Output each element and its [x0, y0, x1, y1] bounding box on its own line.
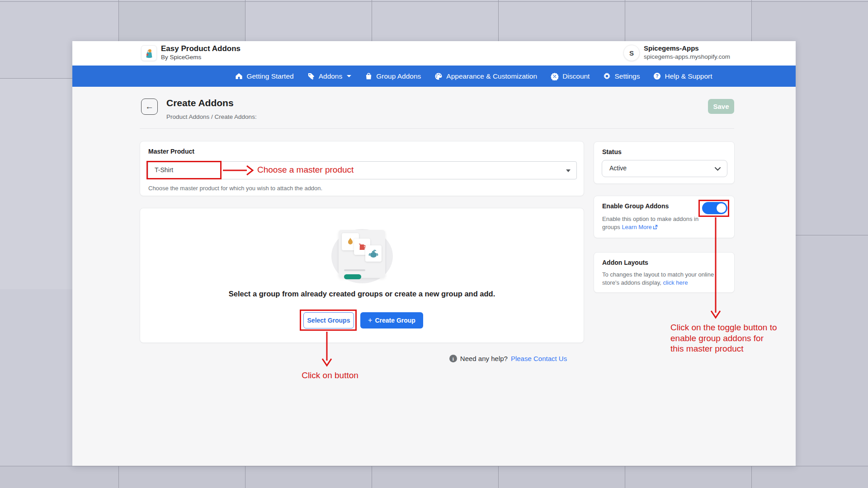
annotation-box-select-groups	[300, 310, 357, 331]
nav-item-help-support[interactable]: ? Help & Support	[653, 72, 712, 80]
group-addons-card: Select a group from already created grou…	[140, 208, 584, 343]
enable-group-addons-desc: Enable this option to make addons in gro…	[602, 215, 705, 231]
help-circle-icon: ?	[653, 72, 661, 80]
help-row: i Need any help? Please Contact Us	[72, 355, 796, 362]
svg-text:?: ?	[656, 74, 659, 79]
nav-item-addons[interactable]: Addons	[307, 72, 352, 80]
teapot-tile-icon	[365, 245, 382, 262]
grid-line	[796, 235, 868, 235]
back-button[interactable]: ←	[141, 99, 158, 115]
status-select[interactable]: Active	[602, 160, 727, 177]
page-title: Create Addons	[166, 98, 234, 108]
info-icon: i	[449, 355, 457, 362]
chevron-down-icon	[715, 167, 721, 171]
app-subtitle: By SpiceGems	[161, 54, 201, 61]
gear-icon	[603, 72, 611, 80]
save-button[interactable]: Save	[708, 99, 734, 114]
store-avatar[interactable]: S	[623, 45, 640, 61]
bag-icon	[365, 72, 373, 80]
tag-plus-icon	[307, 72, 315, 80]
main-nav: Getting Started Addons Group Addons Ap	[72, 66, 796, 87]
app-header: Easy Product Addons By SpiceGems S Spice…	[72, 41, 796, 66]
grid-line	[0, 1, 868, 2]
addon-layouts-desc: To changes the layout to match your onli…	[602, 271, 725, 286]
status-label: Status	[602, 148, 622, 155]
illustration-text-bar	[344, 269, 365, 271]
help-text: Need any help?	[460, 355, 508, 362]
annotation-toggle-note: Click on the toggle button to enable gro…	[670, 322, 779, 354]
nav-item-settings[interactable]: Settings	[603, 72, 640, 80]
annotation-box-master-product	[146, 161, 222, 179]
app-title: Easy Product Addons	[161, 44, 241, 53]
breadcrumb: Product Addons / Create Addons:	[166, 113, 257, 120]
contact-us-link[interactable]: Please Contact Us	[511, 355, 567, 362]
annotation-select-groups-note: Click on button	[295, 371, 365, 380]
store-domain: spicegems-apps.myshopify.com	[644, 53, 730, 60]
header-divider	[140, 128, 734, 129]
group-empty-message: Select a group from already created grou…	[140, 290, 584, 298]
chevron-down-icon	[347, 75, 351, 77]
addon-layouts-card: Addon Layouts To changes the layout to m…	[594, 252, 735, 293]
annotation-master-product-note: Choose a master product	[257, 165, 354, 175]
external-link-icon	[653, 224, 658, 232]
discount-badge-icon	[551, 72, 559, 80]
desktop-tile	[0, 466, 868, 488]
enable-group-addons-label: Enable Group Addons	[602, 202, 669, 210]
addon-layouts-label: Addon Layouts	[602, 259, 648, 266]
illustration-button-pill	[344, 274, 361, 279]
home-icon	[235, 72, 243, 80]
app-window: Easy Product Addons By SpiceGems S Spice…	[72, 41, 796, 466]
nav-item-group-addons[interactable]: Group Addons	[365, 72, 421, 80]
annotation-box-toggle	[698, 200, 729, 217]
plus-icon: +	[368, 316, 372, 324]
grid-line	[0, 466, 868, 466]
dropdown-caret-icon	[566, 169, 571, 172]
click-here-link[interactable]: click here	[663, 279, 688, 286]
status-value: Active	[609, 164, 627, 172]
empty-state-illustration	[331, 226, 393, 283]
palette-icon	[434, 72, 443, 80]
app-logo-icon	[141, 45, 157, 61]
nav-item-getting-started[interactable]: Getting Started	[235, 72, 293, 80]
store-name: Spicegems-Apps	[644, 44, 699, 52]
master-product-helper: Choose the master product for which you …	[148, 185, 322, 192]
nav-item-discount[interactable]: Discount	[551, 72, 590, 80]
nav-item-appearance[interactable]: Appearance & Customization	[434, 72, 537, 80]
master-product-label: Master Product	[148, 148, 194, 155]
create-group-button[interactable]: +Create Group	[360, 312, 423, 328]
learn-more-link[interactable]: Learn More	[622, 224, 651, 230]
status-card: Status Active	[594, 141, 735, 184]
